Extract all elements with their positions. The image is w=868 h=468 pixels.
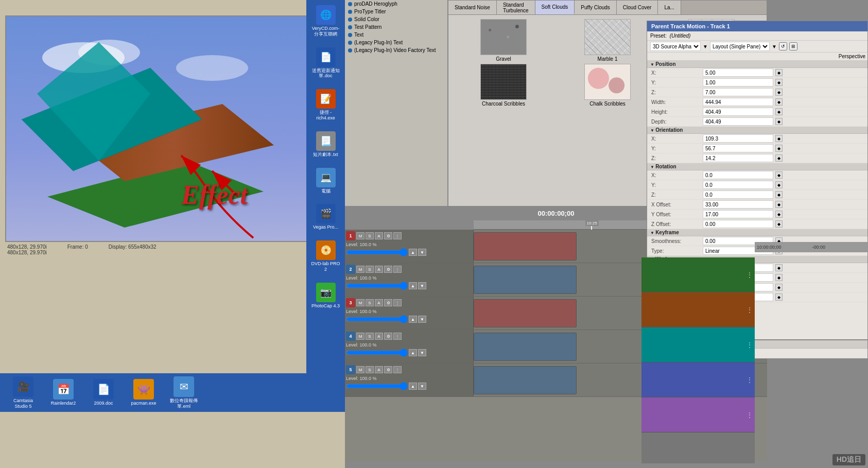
media-item-test-pattern[interactable]: Test Pattern [345, 23, 447, 31]
track-mute-5[interactable]: M [356, 366, 364, 373]
desktop-icon-script[interactable]: 📃 短片劇本.txt [309, 131, 342, 158]
prop-keyframe-x[interactable]: ◆ [775, 135, 783, 142]
media-item-text[interactable]: Text [345, 31, 447, 39]
prop-field-value-yoffset[interactable] [703, 210, 773, 218]
prop-keyframe-y[interactable]: ◆ [775, 181, 783, 188]
taskbar-item-pacman[interactable]: 👾 pacman.exe [126, 379, 162, 406]
prop-field-value-depth[interactable] [703, 117, 773, 126]
desktop-icon-richtext[interactable]: 📝 捷徑 - rich4.exe [309, 89, 342, 121]
prop-keyframe-x[interactable]: ◆ [775, 69, 783, 76]
prop-field-value-x[interactable] [703, 68, 773, 77]
taskbar-item-rainlendar[interactable]: 📅 Rainlendar2 [45, 379, 81, 406]
track-expand-5[interactable]: ▲ [409, 383, 417, 390]
track-more-4[interactable]: ⋮ [393, 333, 402, 340]
track-solo-5[interactable]: S [366, 366, 374, 373]
texture-charcoal[interactable]: Charcoal Scribbles [453, 64, 554, 107]
prop-field-value-z[interactable] [703, 88, 773, 96]
layout-btn2[interactable]: ⊞ [789, 42, 797, 50]
track-expand-4[interactable]: ▲ [409, 349, 417, 356]
prop-section-orientation[interactable]: Orientation [647, 127, 867, 134]
track-fx-1[interactable]: ⚙ [384, 232, 392, 239]
prop-keyframe-yoffset[interactable]: ◆ [775, 284, 783, 291]
track-clip-4[interactable] [474, 333, 577, 361]
track-level-slider-2[interactable] [346, 284, 408, 288]
texture-tab-cloud-cover[interactable]: Cloud Cover [617, 1, 658, 14]
track-fx-2[interactable]: ⚙ [384, 266, 392, 273]
texture-tab-standard-turbulence[interactable]: Standard Turbulence [497, 1, 535, 14]
prop-keyframe-zoffset[interactable]: ◆ [775, 220, 783, 228]
texture-tab-soft-clouds[interactable]: Soft Clouds [535, 1, 575, 14]
prop-field-value-x[interactable] [703, 171, 773, 179]
prop-keyframe-depth[interactable]: ◆ [775, 118, 783, 125]
prop-keyframe-height[interactable]: ◆ [775, 108, 783, 115]
track-arm-1[interactable]: A [375, 232, 383, 239]
track-level-slider-5[interactable] [346, 384, 408, 388]
prop-field-value-xoffset[interactable] [703, 200, 773, 209]
desktop-icon-dvdlab2[interactable]: 📀 DVD-lab PRO 2 [309, 240, 342, 272]
desktop-icon-dvdlab[interactable]: 🎬 Vegas Pro... [309, 204, 342, 230]
texture-tab-standard-noise[interactable]: Standard Noise [448, 1, 497, 14]
track-more-2[interactable]: ⋮ [393, 266, 402, 273]
prop-field-value-z[interactable] [703, 190, 773, 199]
track-arm-2[interactable]: A [375, 266, 383, 273]
track-thumb-2[interactable]: ⋮ [641, 292, 755, 327]
track-clip-5[interactable] [474, 366, 577, 394]
prop-field-value-z[interactable] [703, 154, 773, 162]
layout-source-select[interactable]: 3D Source Alpha [650, 42, 701, 51]
track-thumb-4[interactable]: ⋮ [641, 362, 755, 397]
track-clip-2[interactable] [474, 266, 577, 294]
prop-field-value-y[interactable] [703, 181, 773, 189]
prop-field-value-x[interactable] [703, 134, 773, 143]
media-item-(legacy-plug-in)-video-factory-text[interactable]: (Legacy Plug-In) Video Factory Text [345, 46, 447, 54]
track-close-1[interactable]: ▼ [418, 249, 426, 256]
track-arm-3[interactable]: A [375, 299, 383, 306]
track-expand-2[interactable]: ▲ [409, 282, 417, 289]
track-close-4[interactable]: ▼ [418, 349, 426, 356]
track-expand-3[interactable]: ▲ [409, 316, 417, 323]
track-mute-3[interactable]: M [356, 299, 364, 306]
taskbar-item-word2009[interactable]: 📄 2009.doc [85, 379, 121, 406]
prop-keyframe-z[interactable]: ◆ [775, 154, 783, 162]
prop-keyframe-zoffset[interactable]: ◆ [775, 293, 783, 301]
track-arm-4[interactable]: A [375, 333, 383, 340]
prop-keyframe-xoffset[interactable]: ◆ [775, 201, 783, 208]
media-item-solid-color[interactable]: Solid Color [345, 15, 447, 23]
track-fx-4[interactable]: ⚙ [384, 333, 392, 340]
texture-marble1[interactable]: Marble 1 [557, 19, 658, 62]
prop-section-rotation[interactable]: Rotation [647, 163, 867, 170]
prop-keyframe-zoom(%)[interactable]: ◆ [775, 264, 783, 271]
prop-field-value-height[interactable] [703, 108, 773, 116]
prop-section-keyframe[interactable]: Keyframe [647, 229, 867, 236]
texture-gravel[interactable]: Gravel [453, 19, 554, 62]
layout-pane-select[interactable]: Layout (Single Pane) [710, 42, 770, 51]
prop-keyframe-xoffset[interactable]: ◆ [775, 274, 783, 281]
track-level-slider-1[interactable] [346, 250, 408, 254]
track-mute-4[interactable]: M [356, 333, 364, 340]
taskbar-item-email[interactable]: ✉ 數位奇蹟報傳 單.eml [166, 376, 202, 409]
layout-btn1[interactable]: ↺ [779, 42, 787, 50]
prop-section-position[interactable]: Position [647, 61, 867, 68]
track-expand-1[interactable]: ▲ [409, 249, 417, 256]
track-arm-5[interactable]: A [375, 366, 383, 373]
texture-chalk[interactable]: Chalk Scribbles [557, 64, 658, 107]
track-more-5[interactable]: ⋮ [393, 366, 402, 373]
texture-tab-la[interactable]: La... [658, 1, 681, 14]
prop-field-value-width[interactable] [703, 98, 773, 106]
prop-keyframe-x[interactable]: ◆ [775, 171, 783, 179]
track-clip-3[interactable] [474, 299, 577, 327]
media-item-prodad-heroglyph[interactable]: proDAD Heroglyph [345, 0, 447, 8]
prop-keyframe-yoffset[interactable]: ◆ [775, 211, 783, 218]
track-close-2[interactable]: ▼ [418, 282, 426, 289]
prop-field-value-y[interactable] [703, 78, 773, 86]
track-mute-2[interactable]: M [356, 266, 364, 273]
track-level-slider-3[interactable] [346, 317, 408, 321]
track-fx-5[interactable]: ⚙ [384, 366, 392, 373]
track-thumb-1[interactable]: ⋮ [641, 257, 755, 292]
track-more-3[interactable]: ⋮ [393, 299, 402, 306]
desktop-icon-photocap[interactable]: 📷 PhotoCap 4.3 [309, 283, 342, 309]
media-item-(legacy-plug-in)-text[interactable]: (Legacy Plug-In) Text [345, 39, 447, 46]
prop-keyframe-z[interactable]: ◆ [775, 191, 783, 198]
track-fx-3[interactable]: ⚙ [384, 299, 392, 306]
prop-keyframe-z[interactable]: ◆ [775, 89, 783, 96]
track-solo-4[interactable]: S [366, 333, 374, 340]
